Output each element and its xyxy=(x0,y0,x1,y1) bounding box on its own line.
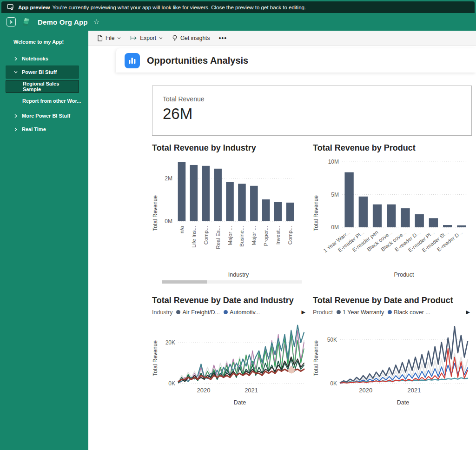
svg-text:0K: 0K xyxy=(168,380,175,387)
svg-text:20K: 20K xyxy=(165,339,175,346)
chart-horizontal-scrollbar[interactable] xyxy=(162,280,302,284)
svg-text:0K: 0K xyxy=(330,380,337,387)
report-icon xyxy=(125,53,140,68)
sidebar-item-regional-sales-sample[interactable]: Regional Sales Sample xyxy=(6,80,79,93)
legend-dot xyxy=(388,310,392,314)
report-canvas: Total Revenue 26M Total Revenue by Indus… xyxy=(88,73,476,450)
svg-text:2021: 2021 xyxy=(407,387,421,394)
sidebar-item-more-power-bi-stuff[interactable]: More Power BI Stuff xyxy=(0,109,88,122)
legend-dot xyxy=(224,310,228,314)
app-preview-icon xyxy=(7,4,14,10)
chart-title: Total Revenue by Date and Product xyxy=(313,295,473,306)
x-axis-title: Date xyxy=(333,399,473,406)
get-insights-button[interactable]: Get insights xyxy=(168,33,214,44)
chart-title: Total Revenue by Industry xyxy=(152,142,308,153)
svg-text:5M: 5M xyxy=(331,192,339,198)
svg-text:Major ...: Major ... xyxy=(227,226,233,245)
legend-dot xyxy=(176,310,180,314)
legend-dot xyxy=(337,310,341,314)
chart-title: Total Revenue by Date and Industry xyxy=(152,295,308,306)
svg-text:2021: 2021 xyxy=(245,387,258,394)
svg-text:Invest...: Invest... xyxy=(275,226,281,245)
chart-title: Total Revenue by Product xyxy=(313,142,473,153)
banner-wrap: App previewYou're currently previewing w… xyxy=(0,0,476,13)
line-chart-plot[interactable]: 0K20K20202021 xyxy=(159,318,307,398)
legend-item[interactable]: Automotiv... xyxy=(224,309,260,316)
lightbulb-icon xyxy=(172,35,178,41)
sidebar-welcome: Welcome to my App! xyxy=(0,31,88,45)
page-title: Opportunities Analysis xyxy=(147,55,248,66)
chart-total-revenue-by-product[interactable]: Total Revenue by Product Total Revenue 0… xyxy=(313,142,473,284)
y-axis-title: Total Revenue xyxy=(152,195,159,231)
svg-text:Comp...: Comp... xyxy=(203,226,209,245)
sidebar-item-real-time[interactable]: Real Time xyxy=(0,123,88,136)
export-icon xyxy=(130,35,137,41)
sidebar-item-notebooks[interactable]: Notebooks xyxy=(0,52,88,65)
svg-text:Life Ins...: Life Ins... xyxy=(191,226,197,248)
svg-text:50K: 50K xyxy=(327,336,337,343)
svg-text:Busine...: Busine... xyxy=(239,226,245,247)
bar-chart-plot[interactable]: 0M5M10M1 Year Warr...E-reader Pl...E-rea… xyxy=(320,155,471,271)
chart-total-revenue-by-date-industry[interactable]: Total Revenue by Date and Industry Indus… xyxy=(152,295,308,405)
svg-text:Major ...: Major ... xyxy=(251,226,257,245)
banner-text: App previewYou're currently previewing w… xyxy=(18,5,306,10)
app-header: Demo Org App ☆ xyxy=(0,13,476,31)
legend-item[interactable]: Air Freight/D... xyxy=(176,309,220,316)
legend-item[interactable]: Black cover ... xyxy=(388,309,430,316)
y-axis-title: Total Revenue xyxy=(152,340,159,376)
report-header: Opportunities Analysis xyxy=(116,48,476,73)
report-toolbar: File Export Get insights ••• xyxy=(88,31,476,46)
legend-field-label: Industry xyxy=(152,309,172,316)
chevron-right-icon xyxy=(14,127,18,132)
file-icon xyxy=(97,35,103,41)
favorite-star-icon[interactable]: ☆ xyxy=(93,18,99,26)
svg-text:Comp...: Comp... xyxy=(287,226,293,245)
chevron-right-icon xyxy=(14,57,18,61)
legend: Industry Air Freight/D... Automotiv... ▶ xyxy=(152,308,308,317)
sidebar-item-power-bi-stuff[interactable]: Power BI Stuff xyxy=(6,66,79,79)
sidebar-item-report-from-other-workspace[interactable]: Report from other Wor... xyxy=(0,94,88,107)
chevron-down-icon xyxy=(117,37,121,40)
chevron-down-icon xyxy=(14,70,18,74)
fabric-logo xyxy=(21,17,32,27)
chevron-right-icon xyxy=(14,114,18,118)
collapse-sidebar-icon[interactable] xyxy=(7,17,16,26)
legend: Product 1 Year Warranty Black cover ... … xyxy=(313,308,473,317)
x-axis-title: Date xyxy=(172,399,308,406)
scrollbar-thumb[interactable] xyxy=(162,280,207,284)
legend-next-arrow-icon[interactable]: ▶ xyxy=(302,309,305,315)
x-axis-title: Industry xyxy=(169,271,308,278)
x-axis-title: Product xyxy=(335,271,473,278)
kpi-value: 26M xyxy=(163,105,471,123)
bar-chart-icon xyxy=(128,57,136,64)
svg-text:2020: 2020 xyxy=(197,387,211,394)
y-axis-title: Total Revenue xyxy=(313,340,320,376)
svg-text:n/a: n/a xyxy=(179,226,185,234)
svg-text:0M: 0M xyxy=(331,224,339,231)
y-axis-title: Total Revenue xyxy=(313,195,320,231)
kpi-label: Total Revenue xyxy=(163,95,471,103)
main-area: File Export Get insights ••• xyxy=(88,31,476,450)
svg-text:Proper...: Proper... xyxy=(263,226,269,246)
bar-chart-plot[interactable]: 0M2Mn/aLife Ins...Comp...Real Es...Major… xyxy=(159,155,298,271)
legend-next-arrow-icon[interactable]: ▶ xyxy=(466,309,470,315)
svg-text:Real Es...: Real Es... xyxy=(215,226,221,249)
app-preview-banner: App previewYou're currently previewing w… xyxy=(1,1,475,13)
chart-total-revenue-by-industry[interactable]: Total Revenue by Industry Total Revenue … xyxy=(152,142,308,284)
app-title: Demo Org App xyxy=(38,18,88,26)
file-button[interactable]: File xyxy=(93,33,125,44)
svg-text:2M: 2M xyxy=(165,175,172,182)
line-chart-plot[interactable]: 0K50K20202021 xyxy=(320,318,470,398)
more-options-button[interactable]: ••• xyxy=(215,34,231,42)
kpi-card-total-revenue[interactable]: Total Revenue 26M xyxy=(152,86,472,136)
sidebar: Welcome to my App! Notebooks Power BI St… xyxy=(0,31,88,450)
svg-text:10M: 10M xyxy=(328,159,339,165)
svg-text:0M: 0M xyxy=(165,218,172,225)
legend-item[interactable]: 1 Year Warranty xyxy=(337,309,384,316)
chevron-down-icon xyxy=(159,37,163,40)
legend-field-label: Product xyxy=(313,309,333,316)
export-button[interactable]: Export xyxy=(126,33,167,44)
svg-text:2020: 2020 xyxy=(359,387,372,394)
chart-total-revenue-by-date-product[interactable]: Total Revenue by Date and Product Produc… xyxy=(313,295,473,405)
